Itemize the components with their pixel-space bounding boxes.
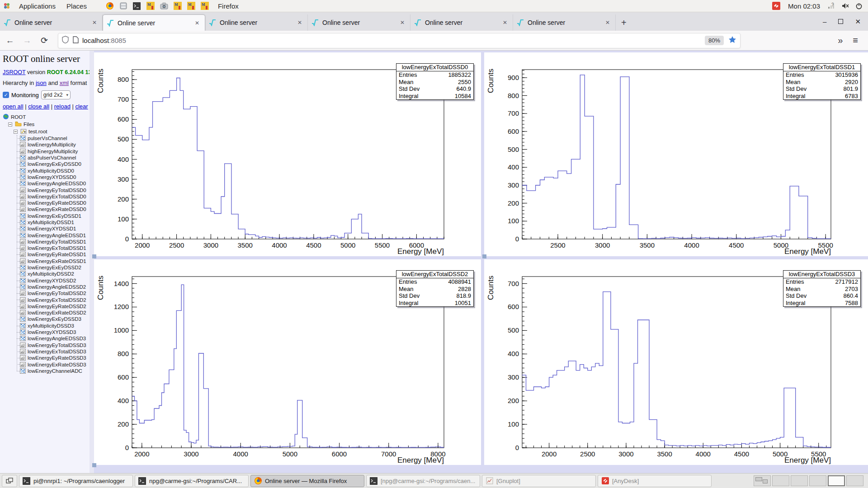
json-link[interactable]: json — [36, 80, 47, 86]
canvas-resize-handle[interactable] — [92, 463, 96, 467]
tree-item[interactable]: lowEnergyExRateDSSD3 — [15, 361, 90, 367]
tree-item[interactable]: lowEnergyXYDSSD2 — [15, 277, 90, 284]
overflow-menu-icon[interactable]: » — [838, 35, 843, 46]
screenshot-launcher-icon[interactable] — [159, 1, 169, 11]
tab-close-button[interactable]: ✕ — [193, 19, 201, 27]
canvas-resize-handle[interactable] — [482, 254, 486, 258]
tree-item[interactable]: lowEnergyExEyDSSD2 — [15, 264, 90, 271]
forward-button[interactable]: → — [20, 33, 34, 48]
browser-tab[interactable]: Online server✕ — [513, 14, 616, 31]
tree-item[interactable]: lowEnergyEyRateDSSD2 — [15, 303, 90, 310]
midas-launcher-icon[interactable]: M — [146, 1, 156, 11]
taskbar-button[interactable]: [AnyDesk] — [598, 475, 712, 487]
clock[interactable]: Mon 02:03 — [785, 2, 823, 10]
url-bar[interactable]: localhost:8085 80% — [58, 33, 741, 48]
tree-item[interactable]: lowEnergyExTotalDSSD0 — [15, 193, 90, 200]
tree-files-row[interactable]: Files — [8, 121, 90, 128]
tab-close-button[interactable]: ✕ — [501, 19, 509, 27]
taskbar-button[interactable]: Online server — Mozilla Firefox — [250, 475, 364, 487]
midas-launcher-icon[interactable]: M — [186, 1, 196, 11]
canvas-resize-handle[interactable] — [92, 254, 96, 258]
histogram-canvas-dssd2[interactable]: 0200400600800100012001400200030004000500… — [94, 259, 481, 465]
taskbar-button[interactable]: pi@nnrpi1: ~/Programs/caenlogger — [19, 475, 133, 487]
stats-box[interactable]: lowEnergyExTotalDSSD2 Entries4088941Mean… — [396, 270, 474, 307]
open-all-link[interactable]: open all — [3, 103, 24, 110]
histogram-canvas-dssd0[interactable]: 0100200300400500600700800200025003000350… — [94, 52, 481, 256]
tree-item[interactable]: lowEnergyAngleEDSSD2 — [15, 284, 90, 290]
tree-item[interactable]: lowEnergyEyTotalDSSD2 — [15, 290, 90, 296]
tree-item[interactable]: xyMultiplicityDSSD3 — [15, 323, 90, 329]
tree-item[interactable]: lowEnergyChannelADC — [15, 368, 90, 374]
stats-box[interactable]: lowEnergyExTotalDSSD3 Entries2717912Mean… — [783, 270, 861, 307]
workspace-cell[interactable] — [772, 475, 789, 486]
page-info-icon[interactable] — [73, 36, 79, 45]
stats-box[interactable]: lowEnergyExTotalDSSD0 Entries1885322Mean… — [396, 63, 474, 100]
tree-item[interactable]: pulserVsChannel — [15, 135, 90, 141]
tree-item[interactable]: lowEnergyMultiplicity — [15, 141, 90, 148]
browser-tab[interactable]: Online server✕ — [308, 14, 410, 31]
terminal-launcher-icon[interactable] — [132, 1, 142, 11]
taskbar-button[interactable]: [npg@carme-gsi:~/Programs/caen... — [366, 475, 480, 487]
volume-muted-icon[interactable] — [841, 1, 850, 10]
browser-tab[interactable]: Online server✕ — [205, 14, 308, 31]
hamburger-menu-icon[interactable]: ≡ — [853, 35, 858, 46]
tree-item[interactable]: lowEnergyExEyDSSD0 — [15, 161, 90, 167]
bookmark-star-icon[interactable] — [728, 36, 736, 46]
shield-icon[interactable] — [62, 36, 69, 45]
places-menu[interactable]: Places — [61, 0, 92, 12]
sidebar-scrollbar[interactable] — [90, 51, 94, 473]
tree-item[interactable]: lowEnergyEyRateDSSD0 — [15, 200, 90, 206]
window-close-button[interactable]: ✕ — [855, 18, 861, 25]
tree-file-row[interactable]: test.root — [14, 128, 90, 135]
tree-item[interactable]: absPulserVsChannel — [15, 155, 90, 161]
tree-item[interactable]: lowEnergyEyTotalDSSD3 — [15, 342, 90, 348]
tree-item[interactable]: lowEnergyEyRateDSSD3 — [15, 355, 90, 361]
tree-item[interactable]: lowEnergyXYDSSD3 — [15, 329, 90, 335]
tree-root-row[interactable]: ROOT — [3, 113, 90, 121]
tree-item[interactable]: lowEnergyXYDSSD1 — [15, 225, 90, 232]
tree-item[interactable]: lowEnergyEyRateDSSD1 — [15, 251, 90, 258]
zoom-level-badge[interactable]: 80% — [705, 36, 724, 45]
tab-close-button[interactable]: ✕ — [296, 19, 304, 27]
show-desktop-button[interactable] — [2, 475, 17, 487]
workspace-cell[interactable] — [791, 475, 808, 486]
tree-item[interactable]: xyMultiplicityDSSD0 — [15, 167, 90, 174]
power-icon[interactable] — [854, 1, 863, 10]
reload-link[interactable]: reload — [54, 103, 71, 110]
workspace-cell[interactable] — [754, 475, 771, 486]
workspace-cell[interactable] — [828, 475, 845, 486]
workspace-cell[interactable] — [809, 475, 826, 486]
window-maximize-button[interactable] — [838, 19, 843, 24]
applications-menu[interactable]: Applications — [14, 0, 61, 12]
tree-item[interactable]: lowEnergyExEyDSSD3 — [15, 316, 90, 322]
clear-link[interactable]: clear — [75, 103, 88, 110]
tree-item[interactable]: lowEnergyXYDSSD0 — [15, 174, 90, 180]
tree-item[interactable]: lowEnergyExRateDSSD2 — [15, 310, 90, 316]
histogram-canvas-dssd1[interactable]: 0100200300400500600700800900250030003500… — [484, 52, 868, 256]
histogram-canvas-dssd3[interactable]: 0100200300400500600700200025003000350040… — [484, 259, 868, 465]
collapse-expander-icon[interactable] — [14, 130, 18, 134]
file-manager-launcher-icon[interactable] — [118, 1, 128, 11]
taskbar-button[interactable]: [Gnuplot] — [482, 475, 596, 487]
tree-item[interactable]: lowEnergyExTotalDSSD1 — [15, 245, 90, 251]
midas-launcher-icon[interactable]: M — [200, 1, 210, 11]
window-minimize-button[interactable]: – — [823, 18, 826, 25]
tree-item[interactable]: lowEnergyAngleEDSSD0 — [15, 180, 90, 187]
tree-item[interactable]: xyMultiplicityDSSD1 — [15, 219, 90, 225]
tree-item[interactable]: lowEnergyExTotalDSSD3 — [15, 348, 90, 355]
tree-item[interactable]: xyMultiplicityDSSD2 — [15, 271, 90, 277]
tree-item[interactable]: lowEnergyAngleEDSSD1 — [15, 232, 90, 238]
browser-tab[interactable]: Online server✕ — [0, 14, 103, 31]
tree-item[interactable]: lowEnergyExTotalDSSD2 — [15, 296, 90, 303]
tree-item[interactable]: lowEnergyExRateDSSD0 — [15, 206, 90, 212]
reload-button[interactable]: ⟳ — [37, 33, 52, 48]
tab-close-button[interactable]: ✕ — [398, 19, 406, 27]
firefox-launcher-icon[interactable] — [105, 1, 115, 11]
network-status-icon[interactable]: ? — [827, 1, 836, 10]
tree-item[interactable]: lowEnergyAngleEDSSD3 — [15, 335, 90, 342]
browser-tab[interactable]: Online server✕ — [410, 14, 513, 31]
tree-item[interactable]: highEnergyMultiplicity — [15, 148, 90, 155]
tab-close-button[interactable]: ✕ — [90, 19, 99, 27]
midas-launcher-icon[interactable]: M — [173, 1, 183, 11]
grid-layout-select[interactable]: grid 2x2 ▾ — [41, 90, 71, 99]
